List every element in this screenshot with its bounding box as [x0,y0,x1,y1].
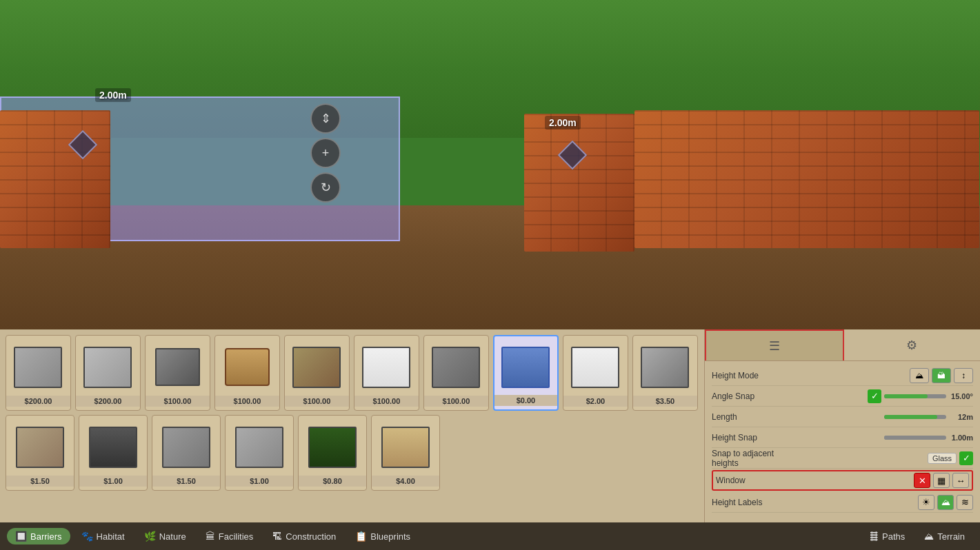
add-section-button[interactable]: + [310,138,341,168]
habitat-icon: 🐾 [81,531,93,542]
height-snap-slider-fill [884,436,909,440]
height-snap-row: Height Snap 1.00m [712,427,973,448]
nav-tab-facilities-label: Facilities [219,531,254,542]
game-viewport: 2.00m 2.00m ⇕ + ↻ [0,0,980,329]
list-item[interactable]: $100.00 [214,335,280,411]
nav-tab-blueprints-label: Blueprints [370,531,410,542]
length-controls: 12m [801,413,973,421]
window-controls: ✕ ▦ ↔ [806,473,969,488]
height-label-mountain-btn[interactable]: ⛰ [937,495,954,510]
window-remove-button[interactable]: ✕ [914,473,930,488]
snap-adjacent-controls: Glass ✓ [801,451,973,465]
height-mode-custom-btn[interactable]: ↕ [954,368,973,383]
nav-tab-construction[interactable]: 🏗 Construction [264,528,344,544]
nav-tab-nature[interactable]: 🌿 Nature [136,528,194,544]
tab-list[interactable]: ☰ [705,329,844,360]
height-adjust-button[interactable]: ⇕ [310,103,341,134]
height-labels-row: Height Labels ☀ ⛰ ≋ [712,492,973,513]
length-value: 12m [949,413,973,421]
panel-tabs: ☰ ⚙ [705,329,980,361]
length-slider-fill [884,415,937,419]
list-item[interactable]: $4.00 [371,415,440,491]
glass-badge: Glass [928,453,957,464]
length-row: Length 12m [712,407,973,427]
angle-snap-controls: ✓ 15.00° [801,389,973,403]
height-mode-flat-btn[interactable]: ⛰ [910,368,929,383]
list-item[interactable]: $100.00 [284,335,350,411]
list-item[interactable]: $2.00 [563,335,628,411]
facilities-icon: 🏛 [206,531,215,542]
nav-tab-habitat-label: Habitat [97,531,125,542]
list-item[interactable]: $1.50 [6,415,74,491]
height-snap-controls: 1.00m [801,434,973,442]
list-item[interactable]: $200.00 [75,335,141,411]
height-labels-controls: ☀ ⛰ ≋ [801,495,973,510]
angle-snap-slider[interactable] [884,394,946,398]
list-item[interactable]: $1.50 [152,415,221,491]
terrain-icon: ⛰ [924,531,934,542]
list-item[interactable]: $100.00 [423,335,489,411]
list-item[interactable]: $0.00 [493,335,559,411]
paths-icon: 🛤 [869,531,879,542]
nav-tab-habitat[interactable]: 🐾 Habitat [73,528,133,544]
wall-controls: ⇕ + ↻ [310,103,341,203]
angle-snap-checkbox[interactable]: ✓ [868,389,881,403]
nav-tab-terrain[interactable]: ⛰ Terrain [916,528,973,544]
item-grid: $200.00 $200.00 $100.00 $100.00 $100.00 … [0,329,703,522]
nav-bar: 🔲 Barriers 🐾 Habitat 🌿 Nature 🏛 Faciliti… [0,522,980,550]
nav-tab-paths-label: Paths [882,531,905,542]
height-snap-value: 1.00m [949,434,973,442]
nav-left: 🔲 Barriers 🐾 Habitat 🌿 Nature 🏛 Faciliti… [7,528,419,544]
window-flip-button[interactable]: ↔ [952,473,969,488]
height-label-wave-btn[interactable]: ≋ [957,495,973,510]
measure-label-left: 2.00m [95,88,131,102]
nav-tab-barriers[interactable]: 🔲 Barriers [7,528,70,544]
list-icon: ☰ [769,338,780,354]
height-mode-controls: ⛰ 🏔 ↕ [801,368,973,383]
bottom-panel: $200.00 $200.00 $100.00 $100.00 $100.00 … [0,329,980,550]
blueprints-icon: 📋 [355,531,367,542]
list-item[interactable]: $1.00 [79,415,148,491]
list-item[interactable]: $1.00 [225,415,294,491]
list-item[interactable]: $200.00 [6,335,71,411]
height-mode-row: Height Mode ⛰ 🏔 ↕ [712,365,973,386]
snap-adjacent-label: Snap to adjacent heights [712,449,801,468]
construction-icon: 🏗 [272,531,282,542]
nav-tab-nature-label: Nature [159,531,186,542]
nav-right: 🛤 Paths ⛰ Terrain [861,528,973,544]
nav-tab-terrain-label: Terrain [937,531,965,542]
rotate-button[interactable]: ↻ [310,172,341,203]
height-label-sun-btn[interactable]: ☀ [918,495,934,510]
nav-tab-construction-label: Construction [286,531,336,542]
wall-left [0,110,110,248]
angle-snap-value: 15.00° [949,392,973,400]
nav-tab-barriers-label: Barriers [30,531,62,542]
right-panel: ☰ ⚙ Height Mode ⛰ 🏔 ↕ Angle Snap ✓ [704,329,980,522]
height-mode-label: Height Mode [712,371,801,380]
wall-container [0,96,980,248]
snap-adjacent-checkbox[interactable]: ✓ [959,451,973,465]
height-snap-label: Height Snap [712,433,801,442]
list-item[interactable]: $0.80 [298,415,367,491]
snap-adjacent-row: Snap to adjacent heights Glass ✓ [712,448,973,469]
settings-icon: ⚙ [906,338,917,353]
wall-right-section [524,114,634,252]
list-item[interactable]: $100.00 [354,335,419,411]
length-slider[interactable] [884,415,946,419]
list-item[interactable]: $100.00 [145,335,210,411]
nav-tab-facilities[interactable]: 🏛 Facilities [197,528,262,544]
height-labels-label: Height Labels [712,498,801,507]
angle-snap-label: Angle Snap [712,391,801,401]
nav-tab-blueprints[interactable]: 📋 Blueprints [347,528,419,544]
item-row-1: $200.00 $200.00 $100.00 $100.00 $100.00 … [6,335,698,411]
tab-settings[interactable]: ⚙ [844,329,981,360]
length-label: Length [712,412,801,422]
window-type-button[interactable]: ▦ [933,473,950,488]
height-mode-slope-btn[interactable]: 🏔 [932,368,951,383]
nav-tab-paths[interactable]: 🛤 Paths [861,528,913,544]
height-snap-slider[interactable] [884,436,946,440]
wall-far-right [634,110,979,248]
list-item[interactable]: $3.50 [632,335,698,411]
angle-snap-slider-fill [884,394,928,398]
panel-content: Height Mode ⛰ 🏔 ↕ Angle Snap ✓ 15.00° [705,361,980,517]
